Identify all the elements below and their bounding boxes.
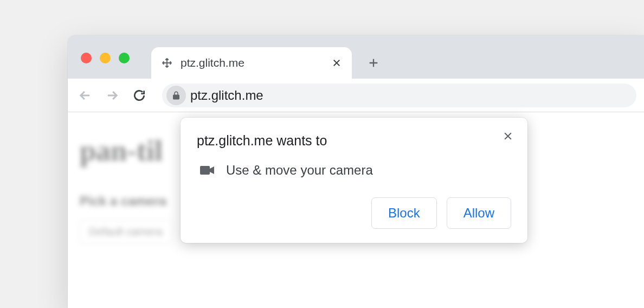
camera-select[interactable]: Default camera: [80, 220, 172, 244]
maximize-window-button[interactable]: [119, 53, 130, 63]
close-window-button[interactable]: [81, 53, 92, 63]
permission-prompt: ptz.glitch.me wants to Use & move your c…: [181, 118, 527, 243]
site-info-button[interactable]: [166, 86, 186, 105]
close-prompt-button[interactable]: [499, 127, 517, 145]
allow-button[interactable]: Allow: [447, 197, 511, 229]
block-button[interactable]: Block: [371, 197, 437, 229]
lock-icon: [171, 91, 181, 100]
tab-strip: ptz.glitch.me: [68, 35, 644, 79]
new-tab-button[interactable]: [362, 51, 385, 75]
svg-rect-0: [200, 166, 210, 175]
forward-button[interactable]: [102, 86, 122, 105]
back-button[interactable]: [75, 86, 95, 105]
reload-button[interactable]: [130, 86, 149, 105]
tab-title: ptz.glitch.me: [181, 56, 261, 69]
close-tab-icon[interactable]: [331, 57, 342, 68]
permission-row: Use & move your camera: [200, 163, 511, 178]
browser-tab[interactable]: ptz.glitch.me: [151, 47, 352, 79]
address-bar[interactable]: ptz.glitch.me: [162, 84, 636, 107]
minimize-window-button[interactable]: [100, 53, 111, 63]
browser-toolbar: ptz.glitch.me: [68, 79, 644, 112]
window-controls: [81, 53, 130, 63]
move-icon: [161, 57, 173, 69]
permission-description: Use & move your camera: [226, 163, 373, 178]
close-icon: [503, 131, 513, 142]
prompt-buttons: Block Allow: [197, 197, 511, 229]
url-text: ptz.glitch.me: [190, 88, 263, 103]
camera-icon: [200, 165, 214, 176]
prompt-title: ptz.glitch.me wants to: [197, 133, 511, 149]
